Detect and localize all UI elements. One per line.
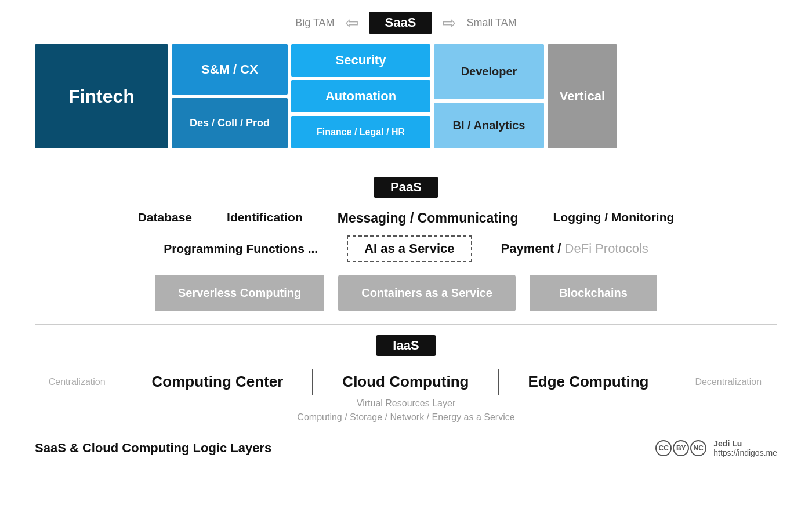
saas-paas-divider <box>35 166 777 166</box>
nc-badge: NC <box>690 440 706 456</box>
paas-row1: Database Identification Messaging / Comm… <box>35 210 777 226</box>
iaas-badge: IaaS <box>376 335 435 356</box>
paas-logging: Logging / Monitoring <box>553 210 675 226</box>
author-url: https://indigos.me <box>713 448 777 457</box>
arrow-right-icon: ⇨ <box>443 13 456 32</box>
tile-dev-bi-group: Developer BI / Analytics <box>434 44 544 148</box>
big-tam-label: Big TAM <box>295 17 334 29</box>
tile-fintech: Fintech <box>35 44 168 148</box>
decentralization-label: Decentralization <box>695 377 770 387</box>
footer: SaaS & Cloud Computing Logic Layers CC B… <box>35 439 777 457</box>
author-name: Jedi Lu <box>713 439 777 448</box>
blockchains-box: Blockchains <box>530 275 657 311</box>
author-info: Jedi Lu https://indigos.me <box>713 439 777 457</box>
paas-programming-functions: Programming Functions ... <box>164 242 318 256</box>
cloud-computing: Cloud Computing <box>313 373 498 391</box>
iaas-computing-row: Centralization Computing Center Cloud Co… <box>35 369 777 395</box>
cc-badge: CC <box>655 440 672 456</box>
tile-bi-analytics: BI / Analytics <box>434 103 544 148</box>
paas-row2: Programming Functions ... AI as a Servic… <box>35 235 777 262</box>
tile-sm-cx-group: S&M / CX Des / Coll / Prod <box>172 44 288 148</box>
small-tam-label: Small TAM <box>466 17 516 29</box>
tile-finance-legal-hr: Finance / Legal / HR <box>291 116 430 148</box>
containers-as-a-service-box: Containers as a Service <box>338 275 516 311</box>
footer-right: CC BY NC Jedi Lu https://indigos.me <box>655 439 777 457</box>
paas-messaging: Messaging / Communicating <box>338 210 519 226</box>
tile-developer: Developer <box>434 44 544 99</box>
tile-des-coll: Des / Coll / Prod <box>172 98 288 148</box>
paas-iaas-divider <box>35 324 777 325</box>
tile-vertical: Vertical <box>548 44 617 148</box>
tile-automation: Automation <box>291 80 430 112</box>
paas-identification: Identification <box>227 210 303 226</box>
tile-security-group: Security Automation Finance / Legal / HR <box>291 44 430 148</box>
centralization-label: Centralization <box>42 377 106 387</box>
computing-center: Computing Center <box>123 373 313 391</box>
paas-database: Database <box>138 210 192 226</box>
computing-services-label: Computing / Storage / Network / Energy a… <box>35 412 777 423</box>
by-badge: BY <box>673 440 689 456</box>
ai-as-a-service-box: AI as a Service <box>347 235 472 262</box>
creative-commons-icon: CC BY NC <box>655 440 706 456</box>
computing-items: Computing Center Cloud Computing Edge Co… <box>123 369 678 395</box>
paas-label-row: PaaS <box>35 177 777 198</box>
arrow-left-icon: ⇦ <box>345 13 358 32</box>
edge-computing: Edge Computing <box>499 373 677 391</box>
paas-grey-row: Serverless Computing Containers as a Ser… <box>35 275 777 311</box>
iaas-section: Centralization Computing Center Cloud Co… <box>35 369 777 423</box>
tile-security: Security <box>291 44 430 77</box>
saas-header: Big TAM ⇦ SaaS ⇨ Small TAM <box>35 12 777 34</box>
footer-title: SaaS & Cloud Computing Logic Layers <box>35 441 271 456</box>
saas-tiles-row: Fintech S&M / CX Des / Coll / Prod Secur… <box>35 44 777 148</box>
virtual-resources-layer: Virtual Resources Layer <box>35 398 777 409</box>
iaas-label-row: IaaS <box>35 335 777 356</box>
tile-sm-cx: S&M / CX <box>172 44 288 95</box>
saas-badge: SaaS <box>369 12 433 34</box>
serverless-computing-box: Serverless Computing <box>155 275 324 311</box>
paas-badge: PaaS <box>374 177 438 198</box>
paas-payment: Payment / DeFi Protocols <box>501 241 648 256</box>
